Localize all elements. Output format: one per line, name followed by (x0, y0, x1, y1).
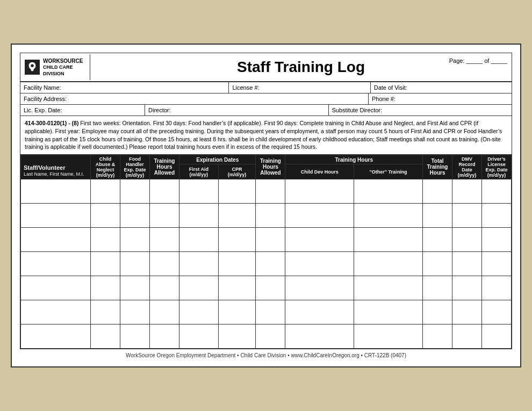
cell-drivers-license (482, 324, 512, 348)
th-food-handler: Food Handler Exp. Date (m/d/yy) (120, 155, 150, 179)
sub-director-cell: Substitute Director: (329, 105, 512, 116)
notice-code: 414-300-0120(1) - (8) (25, 120, 78, 126)
cell-child-dev (285, 276, 354, 300)
cell-other-training (354, 203, 423, 227)
cell-training-hours-2 (256, 276, 285, 300)
page-info: Page: _____ of _____ (449, 57, 507, 64)
cell-first-aid (179, 276, 219, 300)
cell-dmv (452, 324, 482, 348)
cell-cpr (218, 251, 256, 276)
cell-staff (21, 203, 91, 227)
cell-cpr (218, 324, 256, 348)
cell-child-abuse (91, 324, 120, 348)
cell-child-abuse (91, 251, 120, 276)
license-cell: License #: (229, 82, 370, 93)
table-section: Staff/Volunteer Last Name, First Name, M… (20, 155, 512, 349)
cell-child-abuse (91, 203, 120, 227)
cell-child-abuse (91, 179, 120, 203)
th-first-aid: First Aid (m/d/yy) (179, 164, 219, 179)
table-row (21, 300, 512, 324)
cell-drivers-license (482, 179, 512, 203)
cell-staff (21, 179, 91, 203)
cell-training-hours-2 (256, 179, 285, 203)
table-row (21, 203, 512, 227)
cell-total-training (423, 300, 452, 324)
header-section: WORKSOURCE CHILD CARE DIVISION Staff Tra… (20, 53, 512, 82)
cell-cpr (218, 227, 256, 251)
cell-dmv (452, 179, 482, 203)
cell-first-aid (179, 203, 219, 227)
th-drivers-license: Driver’s License Exp. Date (m/d/yy) (482, 155, 512, 179)
title-area: Staff Training Log (90, 53, 512, 81)
cell-training-hours-2 (256, 300, 285, 324)
director-cell: Director: (145, 105, 329, 116)
th-staff: Staff/Volunteer Last Name, First Name, M… (21, 155, 91, 179)
table-header-row-1: Staff/Volunteer Last Name, First Name, M… (21, 155, 512, 164)
th-child-abuse: Child Abuse & Neglect (m/d/yy) (91, 155, 120, 179)
lic-exp-cell: Lic. Exp. Date: (20, 105, 145, 116)
th-training-hours-1: Training Hours Allowed (150, 155, 179, 179)
cell-training-hours-1 (150, 324, 179, 348)
th-cpr: CPR (m/d/yy) (218, 164, 256, 179)
th-other-training: "Other" Training (354, 164, 423, 179)
main-title: Staff Training Log (96, 59, 506, 76)
cell-staff (21, 324, 91, 348)
cell-total-training (423, 324, 452, 348)
table-row (21, 227, 512, 251)
cell-other-training (354, 227, 423, 251)
cell-food-handler (120, 203, 150, 227)
cell-food-handler (120, 276, 150, 300)
cell-child-dev (285, 179, 354, 203)
cell-total-training (423, 203, 452, 227)
cell-child-dev (285, 251, 354, 276)
facility-address-cell: Facility Address: (20, 93, 369, 104)
cell-food-handler (120, 300, 150, 324)
cell-child-abuse (91, 276, 120, 300)
table-row (21, 324, 512, 348)
cell-staff (21, 276, 91, 300)
form-fields: Facility Name: License #: Date of Visit:… (20, 82, 512, 116)
th-training-hours-group: Training Hours (285, 155, 423, 164)
phone-cell: Phone #: (369, 93, 512, 104)
cell-food-handler (120, 227, 150, 251)
svg-point-0 (31, 64, 34, 68)
notice-box: 414-300-0120(1) - (8) First two weeks: O… (20, 116, 512, 155)
cell-first-aid (179, 324, 219, 348)
cell-cpr (218, 276, 256, 300)
cell-first-aid (179, 179, 219, 203)
cell-child-dev (285, 300, 354, 324)
th-expiration-dates-group: Expiration Dates (179, 155, 256, 164)
cell-drivers-license (482, 300, 512, 324)
cell-drivers-license (482, 276, 512, 300)
cell-child-dev (285, 227, 354, 251)
cell-cpr (218, 300, 256, 324)
th-dmv: DMV Record Date (m/d/yy) (452, 155, 482, 179)
cell-drivers-license (482, 227, 512, 251)
cell-training-hours-2 (256, 324, 285, 348)
cell-staff (21, 300, 91, 324)
notice-text: First two weeks: Orientation. First 30 d… (25, 120, 502, 150)
cell-training-hours-1 (150, 227, 179, 251)
cell-total-training (423, 276, 452, 300)
cell-other-training (354, 324, 423, 348)
cell-food-handler (120, 251, 150, 276)
field-row-3: Lic. Exp. Date: Director: Substitute Dir… (20, 105, 512, 116)
cell-dmv (452, 227, 482, 251)
cell-first-aid (179, 251, 219, 276)
cell-other-training (354, 276, 423, 300)
logo-box: WORKSOURCE CHILD CARE DIVISION (20, 54, 90, 80)
cell-other-training (354, 300, 423, 324)
cell-training-hours-2 (256, 227, 285, 251)
cell-training-hours-1 (150, 179, 179, 203)
cell-staff (21, 227, 91, 251)
cell-food-handler (120, 324, 150, 348)
training-table: Staff/Volunteer Last Name, First Name, M… (20, 155, 512, 349)
cell-other-training (354, 251, 423, 276)
cell-child-abuse (91, 227, 120, 251)
cell-training-hours-2 (256, 251, 285, 276)
th-child-dev: Child Dev Hours (285, 164, 354, 179)
field-row-2: Facility Address: Phone #: (20, 93, 512, 105)
th-total-training: Total Training Hours (423, 155, 452, 179)
cell-total-training (423, 227, 452, 251)
cell-training-hours-1 (150, 251, 179, 276)
